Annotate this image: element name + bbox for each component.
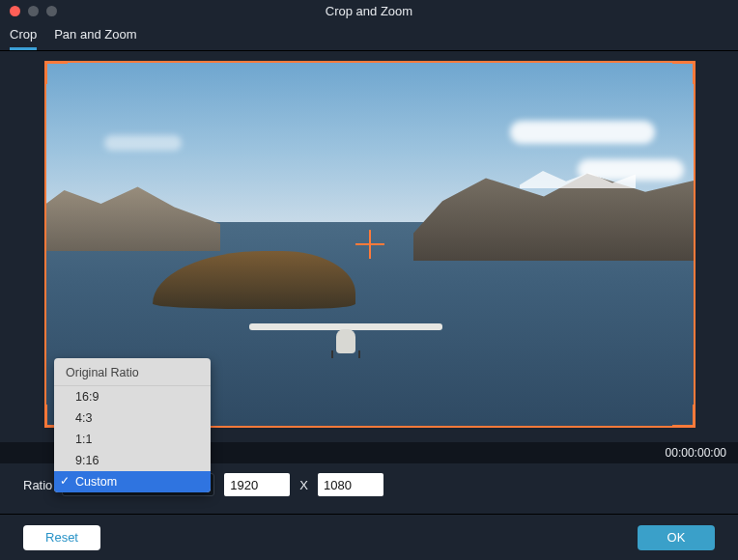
ratio-option-1-1[interactable]: 1:1 [54,429,211,450]
window-title: Crop and Zoom [0,4,738,18]
ratio-option-4-3[interactable]: 4:3 [54,407,211,429]
crop-handle-top-left[interactable] [44,61,68,84]
ratio-dropdown-header[interactable]: Original Ratio [54,358,211,386]
ratio-dropdown-menu: Original Ratio 16:9 4:3 1:1 9:16 Custom [54,358,211,492]
footer: Reset OK [0,514,738,560]
height-input[interactable] [318,473,383,496]
ratio-option-9-16[interactable]: 9:16 [54,450,211,471]
ratio-label: Ratio [23,478,52,492]
tab-crop[interactable]: Crop [10,27,37,50]
tab-pan-and-zoom[interactable]: Pan and Zoom [54,27,136,50]
crop-handle-bottom-right[interactable] [672,405,695,428]
preview-cloud [510,121,655,144]
titlebar: Crop and Zoom [0,0,738,21]
minimize-window-button[interactable] [28,6,39,16]
preview-cloud [104,135,182,151]
tabs: Crop Pan and Zoom [0,21,738,51]
traffic-lights [0,6,57,16]
ok-button[interactable]: OK [638,525,715,550]
crop-handle-top-right[interactable] [672,61,695,84]
width-input[interactable] [224,473,290,496]
ratio-option-16-9[interactable]: 16:9 [54,386,211,407]
preview-plane [249,323,442,362]
maximize-window-button[interactable] [46,6,57,16]
close-window-button[interactable] [10,6,20,16]
timecode: 00:00:00:00 [666,446,726,460]
dimension-separator: X [299,478,308,492]
reset-button[interactable]: Reset [23,525,100,550]
ratio-option-custom[interactable]: Custom [54,471,211,492]
